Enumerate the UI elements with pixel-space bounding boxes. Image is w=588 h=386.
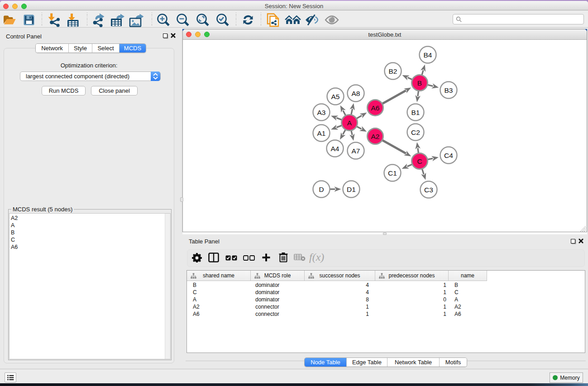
unchecked-boxes-icon[interactable] — [243, 254, 255, 262]
tab-node-table[interactable]: Node Table — [305, 358, 347, 367]
refresh-icon[interactable] — [242, 14, 254, 28]
graph-node-B4[interactable]: B4 — [420, 47, 436, 63]
table-float-panel-icon[interactable] — [571, 239, 575, 243]
table-row[interactable]: A6connector11A6 — [187, 310, 585, 318]
tab-style[interactable]: Style — [69, 44, 92, 52]
mcds-result-item[interactable]: A — [10, 222, 163, 229]
gear-icon[interactable] — [192, 253, 202, 264]
function-builder-icon[interactable]: f(x) — [308, 252, 325, 265]
network-window-titlebar[interactable]: testGlobe.txt — [183, 29, 587, 40]
tab-network[interactable]: Network — [36, 44, 69, 52]
tab-mcds[interactable]: MCDS — [120, 44, 146, 52]
search-field[interactable] — [453, 14, 584, 24]
float-panel-icon[interactable] — [163, 33, 167, 38]
mcds-result-item[interactable]: B — [10, 229, 163, 236]
left-edge-handle[interactable] — [180, 197, 183, 202]
table-row[interactable]: A2connector11A2 — [187, 303, 585, 310]
toolbar-separator — [87, 13, 87, 26]
control-panel-tabs: NetworkStyleSelectMCDS — [35, 43, 146, 53]
import-table-icon[interactable] — [66, 13, 79, 29]
zoom-fit-icon[interactable] — [196, 13, 210, 29]
graph-node-A6[interactable]: A6 — [368, 100, 383, 116]
mcds-result-item[interactable]: A2 — [10, 214, 163, 222]
column-header-name[interactable]: name — [449, 271, 487, 281]
graph-node-B3[interactable]: B3 — [440, 82, 457, 99]
export-network-icon[interactable] — [92, 13, 106, 29]
graph-node-D1[interactable]: D1 — [343, 181, 360, 198]
graph-node-B2[interactable]: B2 — [385, 63, 402, 80]
run-mcds-button[interactable]: Run MCDS — [42, 86, 86, 95]
graph-node-C[interactable]: C — [412, 153, 428, 169]
add-column-icon[interactable] — [262, 253, 271, 264]
bottom-edge-handle[interactable] — [383, 233, 387, 235]
window-resize-grip[interactable] — [580, 225, 586, 231]
mcds-result-item[interactable]: A6 — [10, 243, 163, 251]
close-panel-button[interactable]: Close panel — [91, 86, 138, 95]
graph-node-A7[interactable]: A7 — [348, 143, 364, 159]
status-bar: Memory — [0, 369, 588, 382]
export-image-icon[interactable] — [129, 13, 144, 29]
checked-boxes-icon[interactable] — [225, 254, 237, 262]
function-builder-glyph: f(x) — [308, 252, 325, 263]
clone-network-icon[interactable] — [266, 13, 280, 29]
graph-node-A1[interactable]: A1 — [313, 125, 330, 142]
column-header-predecessor-nodes[interactable]: predecessor nodes — [375, 271, 449, 281]
svg-text:D: D — [319, 186, 324, 193]
graph-node-A2[interactable]: A2 — [368, 129, 383, 144]
task-history-button[interactable] — [5, 372, 16, 382]
table-row[interactable]: Cdominator41C — [187, 289, 585, 296]
zoom-selected-icon[interactable] — [216, 13, 229, 29]
graph-node-A8[interactable]: A8 — [348, 85, 364, 102]
svg-text:B: B — [417, 79, 422, 87]
close-panel-icon[interactable] — [171, 33, 176, 38]
graph-node-C1[interactable]: C1 — [384, 165, 401, 181]
tab-select[interactable]: Select — [92, 44, 120, 52]
column-header-shared-name[interactable]: shared name — [187, 271, 251, 281]
export-table-icon[interactable] — [110, 13, 124, 29]
cell-successor-nodes: 8 — [305, 296, 369, 303]
graph-node-C3[interactable]: C3 — [421, 181, 437, 198]
graph-node-B1[interactable]: B1 — [407, 104, 424, 121]
tab-edge-table[interactable]: Edge Table — [347, 358, 387, 367]
tab-motifs[interactable]: Motifs — [440, 358, 467, 367]
delete-column-icon[interactable] — [279, 252, 288, 265]
column-header-MCDS-role[interactable]: MCDS role — [251, 271, 305, 281]
hide-panels-icon[interactable] — [305, 14, 320, 28]
svg-text:A4: A4 — [331, 145, 339, 152]
graph-node-D[interactable]: D — [313, 181, 330, 198]
search-input[interactable] — [464, 15, 582, 23]
table-row[interactable]: Adominator80A — [187, 296, 585, 303]
gear-glyph — [192, 253, 202, 262]
home-layout-icon[interactable] — [285, 14, 301, 27]
memory-button[interactable]: Memory — [550, 372, 583, 383]
result-list-scrollbar[interactable] — [165, 214, 170, 359]
graph-node-A5[interactable]: A5 — [327, 88, 344, 105]
graph-node-C2[interactable]: C2 — [407, 124, 424, 141]
show-eye-icon[interactable] — [325, 14, 339, 27]
save-session-icon[interactable] — [23, 14, 35, 28]
close-x-glyph — [578, 238, 583, 243]
network-graph-canvas[interactable]: B4B2BB3A5A8A6A3B1AA1C2A2A4A7C4CC1C3DD1 — [183, 40, 587, 232]
mcds-result-legend: MCDS result (5 nodes) — [11, 206, 74, 213]
graph-node-A4[interactable]: A4 — [327, 140, 344, 157]
column-header-successor-nodes[interactable]: successor nodes — [305, 271, 375, 281]
zoom-in-icon[interactable] — [157, 13, 170, 29]
table-close-panel-icon[interactable] — [578, 238, 583, 243]
criterion-dropdown[interactable]: largest connected component (directed) — [20, 71, 161, 81]
mcds-result-list[interactable]: A2ABCA6 — [9, 213, 171, 359]
graph-node-A3[interactable]: A3 — [313, 104, 330, 121]
graph-node-A[interactable]: A — [342, 115, 358, 131]
tab-network-table[interactable]: Network Table — [387, 358, 440, 367]
open-file-icon[interactable] — [3, 14, 16, 28]
import-network-icon[interactable] — [47, 13, 61, 29]
graph-node-B[interactable]: B — [412, 75, 428, 91]
table-row[interactable]: Bdominator41B — [187, 281, 585, 289]
panel-splitter[interactable] — [177, 28, 178, 369]
mcds-result-item[interactable]: C — [10, 236, 163, 243]
split-view-icon[interactable] — [208, 253, 219, 264]
svg-text:A5: A5 — [331, 93, 340, 100]
zoom-out-icon[interactable] — [176, 13, 190, 29]
svg-text:B3: B3 — [445, 86, 453, 94]
graph-node-C4[interactable]: C4 — [440, 147, 457, 164]
mcds-result-group: MCDS result (5 nodes) A2ABCA6 — [8, 209, 172, 360]
